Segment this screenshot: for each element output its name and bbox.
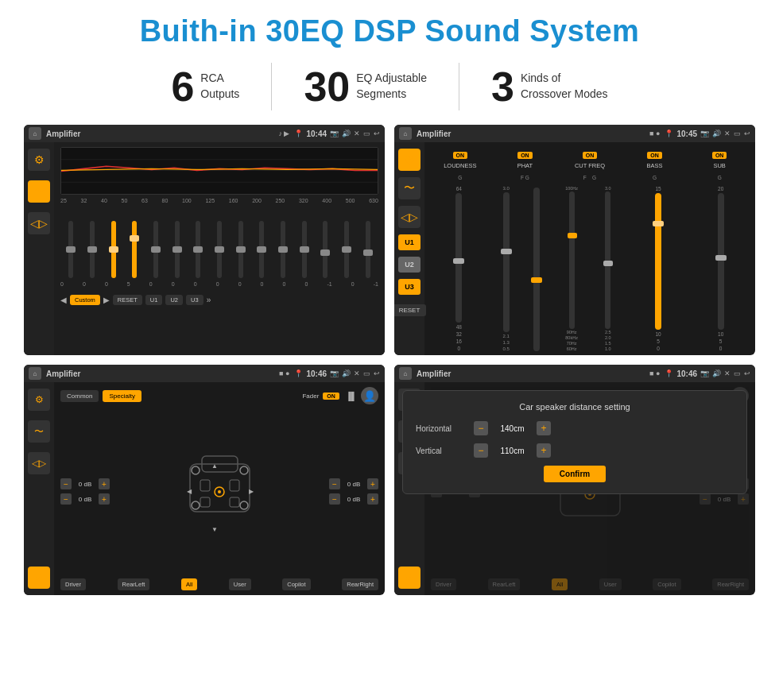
cross-u1-btn[interactable]: U1 <box>398 234 421 250</box>
spk-bottom-row: Driver RearLeft All User Copilot RearRig… <box>60 578 378 590</box>
confirm-button[interactable]: Confirm <box>544 466 606 482</box>
svg-rect-9 <box>230 480 239 491</box>
eq-slider-8[interactable] <box>209 221 231 278</box>
crossover-content: ⚙ 〜 ◁▷ U1 U2 U3 RESET ON LOUDNESS <box>394 142 755 355</box>
eq-slider-3[interactable] <box>103 221 124 278</box>
status-icons-3: 📍 10:46 📷 🔊 ✕ ▭ ↩ <box>294 369 380 378</box>
spk-tune-icon[interactable]: ⚙ <box>28 389 50 411</box>
db-plus-3[interactable]: + <box>367 478 378 489</box>
cross-u2-btn[interactable]: U2 <box>398 257 421 273</box>
screen-eq: ⌂ Amplifier ♪ ▶ 📍 10:44 📷 🔊 ✕ ▭ ↩ ⚙ 〜 ◁▷ <box>24 125 385 355</box>
specialty-mode-btn[interactable]: Specialty <box>103 390 141 402</box>
eq-slider-15[interactable] <box>357 221 378 278</box>
status-bar-3: ⌂ Amplifier ■ ● 📍 10:46 📷 🔊 ✕ ▭ ↩ <box>24 365 385 382</box>
vertical-minus-btn[interactable]: − <box>474 443 488 458</box>
screen-title-4: Amplifier <box>417 369 645 378</box>
cross-u3-btn[interactable]: U3 <box>398 279 421 295</box>
fader-slider-icon: ▐▌ <box>346 392 357 400</box>
user-btn[interactable]: User <box>229 578 251 590</box>
svg-rect-10 <box>200 497 210 507</box>
eq-tune-icon[interactable]: ⚙ <box>28 149 50 171</box>
cross-reset-btn[interactable]: RESET <box>394 304 426 316</box>
all-btn[interactable]: All <box>181 578 197 590</box>
spk-controls-left: − 0 dB + − 0 dB + <box>60 408 110 574</box>
window-icon-4: ▭ <box>734 369 741 377</box>
crossover-main: ON LOUDNESS ON PHAT ON CUT FREQ ON <box>424 142 755 355</box>
eq-preset-u2[interactable]: U2 <box>165 295 183 305</box>
driver-btn[interactable]: Driver <box>60 578 86 590</box>
eq-more-icon[interactable]: » <box>207 296 211 304</box>
eq-prev-arrow[interactable]: ◀ <box>60 296 67 304</box>
db-val-3: 0 dB <box>343 481 365 488</box>
db-row-4: − 0 dB + <box>329 493 378 505</box>
cross-wave-icon[interactable]: 〜 <box>398 177 421 199</box>
eq-slider-9[interactable] <box>230 221 251 278</box>
eq-bottom-bar: ◀ Custom ▶ RESET U1 U2 U3 » <box>60 291 378 308</box>
home-icon-4[interactable]: ⌂ <box>399 367 412 380</box>
db-minus-1[interactable]: − <box>60 478 72 489</box>
eq-content: ⚙ 〜 ◁▷ <box>24 142 385 355</box>
db-minus-4[interactable]: − <box>329 493 340 505</box>
rear-right-btn[interactable]: RearRight <box>342 578 378 590</box>
vertical-plus-btn[interactable]: + <box>537 443 551 458</box>
cutfreq-on-badge[interactable]: ON <box>583 152 598 159</box>
eq-slider-1[interactable] <box>60 221 82 278</box>
location-icon-2: 📍 <box>665 130 673 137</box>
eq-preset-reset[interactable]: RESET <box>113 295 142 305</box>
person-icon: 👤 <box>361 387 378 404</box>
eq-slider-6[interactable] <box>166 221 188 278</box>
db-row-3: − 0 dB + <box>329 478 378 489</box>
eq-wave-icon[interactable]: 〜 <box>28 180 50 203</box>
eq-preset-u1[interactable]: U1 <box>145 295 163 305</box>
eq-slider-5[interactable] <box>145 221 167 278</box>
spk-wave-icon[interactable]: 〜 <box>28 420 50 443</box>
cross-tune-icon[interactable]: ⚙ <box>398 149 421 171</box>
svg-point-13 <box>240 466 248 474</box>
eq-preset-custom[interactable]: Custom <box>70 295 100 305</box>
common-mode-btn[interactable]: Common <box>60 390 99 402</box>
cross-vol-icon[interactable]: ◁▷ <box>398 206 421 228</box>
loudness-on-badge[interactable]: ON <box>453 152 468 159</box>
volume-icon-2: 🔊 <box>712 130 721 137</box>
db-plus-1[interactable]: + <box>99 478 110 489</box>
spk-controls-right: − 0 dB + − 0 dB + <box>329 408 378 574</box>
db-plus-2[interactable]: + <box>99 493 110 505</box>
db-minus-3[interactable]: − <box>329 478 340 489</box>
phat-on-badge[interactable]: ON <box>517 152 533 159</box>
eq-slider-2[interactable] <box>82 221 103 278</box>
horizontal-minus-btn[interactable]: − <box>474 421 488 435</box>
bass-on-badge[interactable]: ON <box>647 152 662 159</box>
eq-slider-11[interactable] <box>273 221 294 278</box>
home-icon-2[interactable]: ⌂ <box>399 127 412 140</box>
copilot-btn[interactable]: Copilot <box>282 578 310 590</box>
spk-vol-icon[interactable]: ◁▷ <box>28 452 50 474</box>
eq-next-arrow[interactable]: ▶ <box>103 296 110 304</box>
db-plus-4[interactable]: + <box>367 493 378 505</box>
eq-slider-13[interactable] <box>315 221 336 278</box>
eq-slider-12[interactable] <box>293 221 315 278</box>
home-icon[interactable]: ⌂ <box>29 127 41 140</box>
speaker-content: ⚙ 〜 ◁▷ ⤢ Common Specialty Fader ON ▐▌ <box>24 382 385 595</box>
sub-on-badge[interactable]: ON <box>712 152 727 159</box>
horizontal-plus-btn[interactable]: + <box>537 421 551 435</box>
rear-left-btn[interactable]: RearLeft <box>118 578 150 590</box>
stat-text-crossover: Kinds of Crossover Modes <box>521 71 608 102</box>
stat-number-crossover: 3 <box>491 66 514 107</box>
home-icon-3[interactable]: ⌂ <box>29 367 41 380</box>
eq-slider-7[interactable] <box>188 221 209 278</box>
fader-label: Fader <box>302 393 319 400</box>
eq-graph <box>60 147 378 195</box>
spk-expand-icon[interactable]: ⤢ <box>28 567 50 589</box>
db-minus-2[interactable]: − <box>60 493 72 505</box>
cross-side-controls: ⚙ 〜 ◁▷ U1 U2 U3 RESET <box>394 142 424 355</box>
location-icon-4: 📍 <box>665 369 673 377</box>
status-bar-4: ⌂ Amplifier ■ ● 📍 10:46 📷 🔊 ✕ ▭ ↩ <box>394 365 755 382</box>
eq-slider-4[interactable] <box>124 221 145 278</box>
eq-slider-14[interactable] <box>336 221 358 278</box>
eq-slider-10[interactable] <box>251 221 273 278</box>
fader-on-badge[interactable]: ON <box>323 393 339 400</box>
eq-preset-u3[interactable]: U3 <box>186 295 203 305</box>
eq-vol-icon[interactable]: ◁▷ <box>28 212 50 234</box>
spk4-expand-icon[interactable]: ⤢ <box>398 567 421 589</box>
volume-icon-4: 🔊 <box>712 369 721 377</box>
